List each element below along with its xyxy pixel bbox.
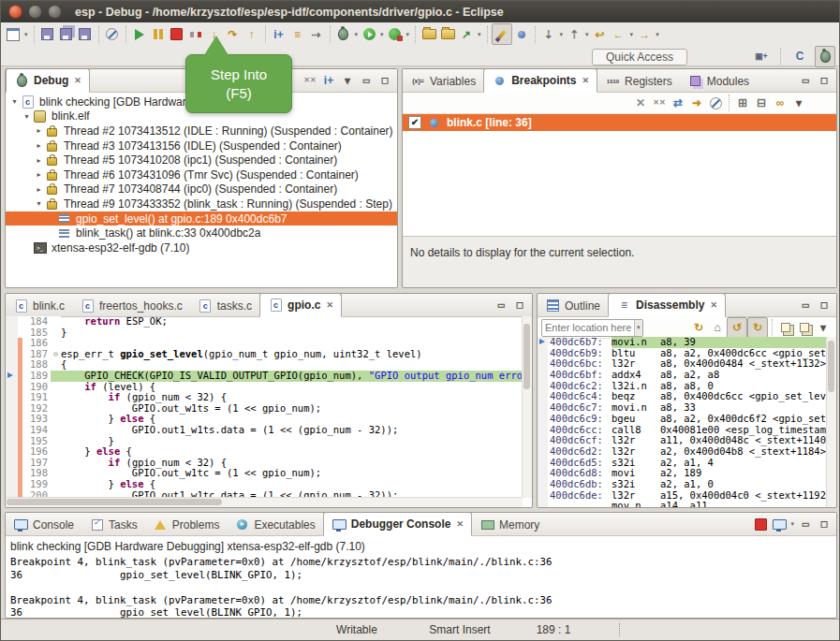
tab-blink-c[interactable]: cblink.c — [6, 295, 72, 316]
debug-button[interactable] — [334, 24, 353, 44]
view-menu-button[interactable]: ▾ — [338, 72, 357, 89]
pin-view-button[interactable] — [795, 318, 814, 338]
remove-all-breakpoints-button[interactable]: ✕✕ — [650, 94, 669, 113]
tree-expander[interactable]: ▸ — [34, 141, 44, 150]
maximize-button[interactable]: ◻ — [815, 297, 833, 313]
resume-button[interactable] — [130, 24, 149, 44]
back-button[interactable]: ← — [610, 24, 628, 44]
save-all-button[interactable] — [57, 24, 76, 44]
maximize-button[interactable]: ◻ — [815, 72, 833, 89]
disassembly-line[interactable]: 400dc6db:s32ia2, a1, 0 — [538, 479, 827, 490]
disassembly-line[interactable]: 400dc6c9:bgeua8, a2, 0x400dc6f2 <gpio_se… — [538, 414, 827, 425]
code-line[interactable]: 185} — [6, 328, 523, 339]
tab-debugger-console[interactable]: Debugger Console✕ — [323, 512, 472, 536]
tree-item[interactable]: ▸Thread #5 1073410208 (ipc1) (Suspended … — [6, 153, 397, 168]
minimize-button[interactable]: ▭ — [492, 297, 510, 313]
breakpoint-row[interactable]: ✔ blink.c [line: 36] — [403, 114, 836, 131]
tab-freertos-hooks-c[interactable]: cfreertos_hooks.c — [72, 295, 190, 316]
editor-horizontal-scrollbar[interactable] — [6, 497, 523, 507]
tab-close-icon[interactable]: ✕ — [582, 76, 590, 85]
tree-item[interactable]: ▸Thread #3 1073413156 (IDLE) (Suspended … — [6, 138, 397, 153]
run-dropdown-icon[interactable]: ▾ — [378, 31, 386, 38]
maximize-button[interactable]: ◻ — [815, 516, 833, 532]
disassembly-listing[interactable]: 400dc6b7:movi.na8, 39400dc6b9:bltua8, a2… — [538, 337, 827, 507]
open-perspective-button[interactable]: ▣+ — [752, 47, 771, 66]
tree-item[interactable]: ▸Thread #2 1073413512 (IDLE : Running) (… — [6, 124, 397, 138]
location-combo[interactable]: ▾ — [541, 319, 643, 337]
tree-item[interactable]: ▸Thread #6 1073431096 (Tmr Svc) (Suspend… — [6, 168, 397, 182]
tab-breakpoints[interactable]: Breakpoints✕ — [483, 68, 597, 93]
run-button[interactable] — [360, 24, 378, 44]
tree-expander[interactable]: ▸ — [34, 156, 44, 165]
skip-all-breakpoints-button[interactable] — [103, 24, 122, 44]
external-tools-dropdown-icon[interactable]: ▾ — [476, 31, 483, 38]
collapse-all-button[interactable]: ⊟ — [752, 94, 771, 113]
tab-close-icon[interactable]: ✕ — [456, 519, 464, 529]
last-edit-location-button[interactable]: ↩ — [591, 24, 610, 44]
display-selected-console-button[interactable] — [770, 516, 788, 532]
tab-tasks[interactable]: Tasks — [81, 514, 145, 535]
minimize-button[interactable]: ▭ — [796, 297, 815, 313]
tab-close-icon[interactable]: ✕ — [74, 76, 81, 85]
next-annotation-button[interactable]: ⇣ — [539, 24, 558, 44]
save-button[interactable] — [38, 24, 57, 44]
maximize-button[interactable]: ◻ — [510, 297, 529, 313]
step-return-button[interactable]: ↑ — [243, 24, 261, 44]
location-dropdown-icon[interactable]: ▾ — [634, 320, 642, 336]
save-as-button[interactable] — [76, 24, 95, 44]
editor-vertical-scrollbar[interactable] — [522, 316, 532, 498]
previous-annotation-dropdown-icon[interactable]: ▾ — [583, 31, 591, 38]
link-with-debug-view-button[interactable]: ⇄ — [669, 94, 687, 113]
tree-item[interactable]: ▾Thread #9 1073433352 (blink_task : Runn… — [6, 197, 397, 211]
instruction-stepping-button[interactable]: i+ — [270, 24, 288, 44]
maximize-button[interactable]: ◻ — [376, 72, 394, 89]
tab-registers[interactable]: 1010Registers — [597, 70, 680, 92]
breakpoint-checkbox[interactable]: ✔ — [408, 116, 421, 129]
tab-close-icon[interactable]: ✕ — [326, 300, 333, 310]
display-selected-console-dropdown-icon[interactable]: ▾ — [788, 520, 796, 528]
forward-button[interactable]: → — [635, 24, 654, 44]
disassembly-line[interactable]: 400dc6bf:addx4a8, a2, a8 — [538, 370, 827, 381]
open-new-view-button[interactable] — [776, 318, 795, 338]
next-annotation-dropdown-icon[interactable]: ▾ — [558, 31, 566, 38]
tree-item[interactable]: >_xtensa-esp32-elf-gdb (7.10) — [6, 240, 397, 255]
show-source-button[interactable]: ↺ — [727, 317, 747, 339]
tab-tasks-c[interactable]: ctasks.c — [190, 295, 259, 316]
disassembly-line[interactable]: 400dc6d2:l32ra2, 0x400d04b8 <_stext+1184… — [538, 446, 827, 458]
disassembly-line[interactable]: mov.na14, a11 — [538, 501, 827, 507]
tab-close-icon[interactable]: ✕ — [710, 300, 717, 310]
tab-problems[interactable]: Problems — [145, 514, 228, 535]
tab-disassembly[interactable]: ≡Disassembly✕ — [608, 293, 726, 317]
profile-dropdown-icon[interactable]: ▾ — [405, 31, 412, 38]
minimize-button[interactable]: ▭ — [357, 72, 376, 89]
suspend-button[interactable] — [149, 24, 168, 44]
tab-console[interactable]: Console — [6, 514, 81, 535]
tree-expander[interactable]: ▸ — [34, 170, 44, 179]
debug-dropdown-icon[interactable]: ▾ — [353, 31, 361, 38]
code-line[interactable]: 187⊖esp_err_t gpio_set_level(gpio_num_t … — [6, 349, 523, 360]
track-expression-button[interactable]: ↻ — [747, 317, 768, 339]
disassembly-line-current[interactable]: 400dc6b7:movi.na8, 39 — [538, 337, 827, 348]
skip-all-breakpoints-button[interactable] — [706, 94, 725, 113]
tab-executables[interactable]: Executables — [227, 514, 322, 535]
tab-variables[interactable]: (x)=Variables — [403, 70, 483, 92]
refresh-view-button[interactable]: ↻ — [689, 318, 708, 338]
show-debug-contexts-button[interactable]: ≡ — [288, 24, 307, 44]
cpp-perspective-button[interactable]: C — [790, 47, 809, 66]
forward-dropdown-icon[interactable]: ▾ — [654, 31, 661, 38]
instruction-stepping-button[interactable]: i+ — [319, 72, 338, 89]
code-editor[interactable]: 184 return ESP_OK;185}186187⊖esp_err_t g… — [6, 316, 523, 498]
remove-all-terminated-button[interactable]: ✕✕ — [301, 72, 319, 89]
debug-perspective-button[interactable] — [815, 46, 835, 67]
tree-expander[interactable]: ▸ — [34, 126, 44, 135]
previous-annotation-button[interactable]: ⇡ — [565, 24, 583, 44]
quick-access-button[interactable]: Quick Access — [592, 49, 687, 66]
use-step-filters-button[interactable]: ⇢ — [307, 24, 326, 44]
tree-item[interactable]: ▸Thread #7 1073408744 (ipc0) (Suspended … — [6, 182, 397, 197]
tab-gpio-c[interactable]: cgpio.c✕ — [259, 293, 342, 317]
disassembly-vertical-scrollbar[interactable] — [826, 337, 836, 507]
location-input[interactable] — [542, 322, 634, 333]
fold-marker[interactable]: ⊖ — [51, 349, 61, 360]
new-wizard-dropdown-icon[interactable]: ▾ — [22, 31, 30, 38]
view-menu-button[interactable]: ▾ — [814, 318, 833, 338]
